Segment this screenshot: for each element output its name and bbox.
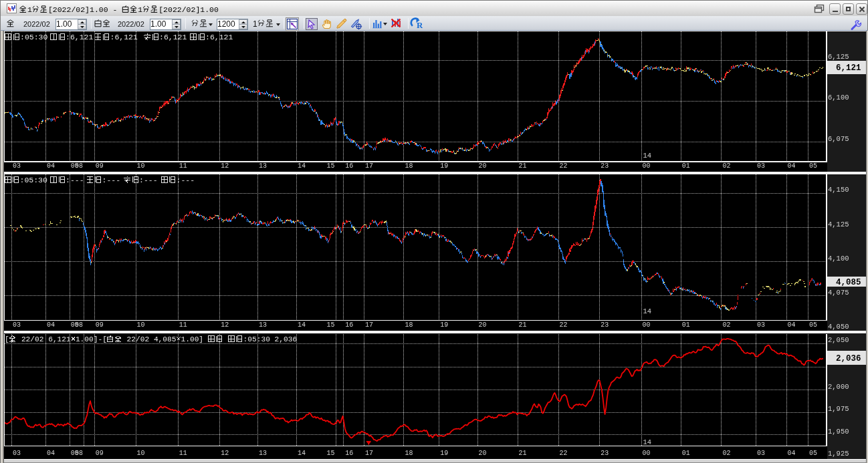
svg-text:1,975: 1,975 [828,405,849,413]
svg-text:22/02 6,121: 22/02 6,121 [17,335,71,343]
svg-text:12: 12 [221,162,229,170]
svg-text:14: 14 [298,450,306,457]
svg-text:2,000: 2,000 [828,383,849,391]
svg-text:13: 13 [259,162,267,170]
svg-text:02: 02 [722,162,730,170]
svg-text:15: 15 [327,162,335,170]
svg-text:03: 03 [13,450,21,457]
svg-text:1,950: 1,950 [828,428,849,436]
svg-text:1.00]-[: 1.00]-[ [76,335,107,343]
svg-text:03: 03 [757,321,765,329]
svg-text:16: 16 [345,450,353,457]
svg-text:[2022/02]1.00: [2022/02]1.00 [158,5,219,14]
svg-text:19: 19 [440,162,448,170]
svg-text::6,121: :6,121 [159,33,187,41]
svg-text:17: 17 [365,450,373,457]
svg-text:16: 16 [345,162,353,170]
svg-text:01: 01 [682,321,690,329]
svg-text::---: :--- [102,176,121,184]
svg-text:[2022/02]1.00 -: [2022/02]1.00 - [48,5,122,14]
svg-text:03: 03 [13,321,21,329]
svg-text:1: 1 [138,5,142,14]
svg-text:08: 08 [75,450,83,457]
svg-text:22/02 4,085: 22/02 4,085 [122,335,177,343]
svg-text:00: 00 [642,162,650,170]
svg-text::6,121: :6,121 [110,33,138,41]
svg-text:R: R [417,20,423,30]
svg-text:03: 03 [13,162,21,170]
svg-text:02: 02 [722,321,730,329]
svg-text:04: 04 [47,450,55,457]
svg-text:20: 20 [479,321,487,329]
svg-text:21: 21 [519,321,527,329]
svg-text:14: 14 [643,438,652,446]
svg-text::---: :--- [177,176,195,184]
svg-text:10: 10 [137,162,145,170]
svg-text:12: 12 [221,321,229,329]
svg-text::---: :--- [66,176,84,184]
svg-text:1: 1 [27,5,32,14]
svg-text:1,925: 1,925 [828,450,849,458]
svg-text::---: :--- [139,176,158,184]
svg-text:4,050: 4,050 [828,323,849,331]
svg-text:17: 17 [365,321,373,329]
svg-text:19: 19 [440,321,448,329]
svg-text:04: 04 [787,321,795,329]
svg-text:05: 05 [809,450,817,457]
svg-text:6,125: 6,125 [828,53,849,61]
svg-text:10: 10 [137,450,145,457]
svg-text:09: 09 [96,162,104,170]
svg-text:1.00]: 1.00] [181,335,208,343]
svg-text:14: 14 [298,321,306,329]
svg-text:[: [ [5,335,9,343]
svg-text:18: 18 [405,450,413,457]
svg-text::6,121: :6,121 [205,33,233,41]
svg-text:14: 14 [643,307,652,315]
svg-text::05:30: :05:30 [20,176,48,184]
svg-text:11: 11 [179,162,187,170]
svg-text:20: 20 [479,450,487,457]
svg-text:22: 22 [560,162,568,170]
svg-text:4,100: 4,100 [828,255,849,263]
svg-text:11: 11 [179,450,187,457]
svg-text:02: 02 [722,450,730,457]
svg-text:15: 15 [327,450,335,457]
svg-text:08: 08 [75,162,83,170]
svg-text:00: 00 [642,321,650,329]
svg-text:04: 04 [787,450,795,457]
svg-text:22: 22 [560,450,568,457]
svg-text:18: 18 [405,321,413,329]
svg-text:08: 08 [75,321,83,329]
svg-text:20: 20 [479,162,487,170]
svg-text:10: 10 [137,321,145,329]
svg-text:23: 23 [601,162,609,170]
svg-text:21: 21 [519,162,527,170]
svg-text:4,075: 4,075 [828,289,849,297]
svg-text:16: 16 [345,321,353,329]
svg-text:17: 17 [365,162,373,170]
svg-text:11: 11 [179,321,187,329]
svg-text:2,036: 2,036 [836,354,861,363]
svg-text:23: 23 [601,321,609,329]
svg-text:01: 01 [682,162,690,170]
svg-text::05:30 2,036: :05:30 2,036 [243,335,298,343]
svg-text:05: 05 [809,321,817,329]
svg-text:21: 21 [519,450,527,457]
svg-text:2,050: 2,050 [828,336,849,344]
svg-text:09: 09 [96,450,104,457]
svg-text:04: 04 [47,162,55,170]
svg-text:00: 00 [642,450,650,457]
svg-text:6,075: 6,075 [828,135,849,143]
svg-text:15: 15 [327,321,335,329]
svg-text:22: 22 [560,321,568,329]
svg-text::6,121: :6,121 [66,33,94,41]
svg-text:18: 18 [405,162,413,170]
svg-text:09: 09 [96,321,104,329]
svg-text:14: 14 [643,152,652,160]
svg-text:04: 04 [47,321,55,329]
svg-text:14: 14 [298,162,306,170]
svg-text:4,125: 4,125 [828,220,849,228]
svg-text:4,150: 4,150 [828,186,849,194]
svg-text:23: 23 [601,450,609,457]
svg-text:6,100: 6,100 [828,94,849,102]
